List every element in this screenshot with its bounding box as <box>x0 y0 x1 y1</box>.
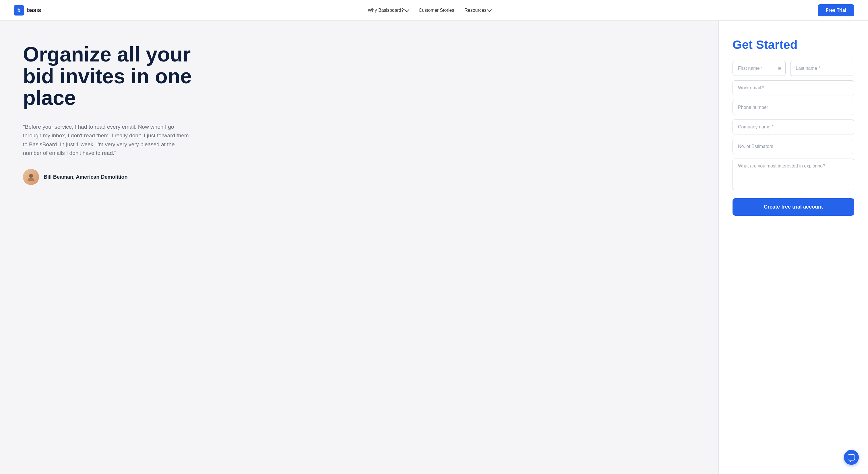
main-content: Organize all your bid invites in one pla… <box>0 21 868 474</box>
work-email-group <box>733 81 854 95</box>
free-trial-button[interactable]: Free Trial <box>818 4 854 17</box>
last-name-input[interactable] <box>790 61 854 76</box>
first-name-wrapper: ⊞ <box>733 61 786 76</box>
nav-customer-stories[interactable]: Customer Stories <box>419 8 454 13</box>
work-email-input[interactable] <box>733 81 854 95</box>
chevron-down-icon <box>404 7 409 12</box>
name-row: ⊞ <box>733 61 854 76</box>
hero-section: Organize all your bid invites in one pla… <box>0 21 718 474</box>
testimonial-author: Bill Beaman, American Demolition <box>23 169 701 185</box>
company-group <box>733 119 854 135</box>
signup-form: ⊞ Create free trial ac <box>733 61 854 216</box>
chat-widget[interactable] <box>844 450 859 465</box>
svg-point-0 <box>29 174 33 178</box>
first-name-input[interactable] <box>733 61 786 76</box>
input-grid-icon: ⊞ <box>778 66 782 71</box>
avatar-image <box>23 169 39 185</box>
hero-title: Organize all your bid invites in one pla… <box>23 44 201 109</box>
estimators-group <box>733 139 854 154</box>
phone-group <box>733 100 854 115</box>
main-nav: Why Basisboard? Customer Stories Resourc… <box>368 8 491 13</box>
chevron-down-icon <box>487 7 492 12</box>
estimators-input[interactable] <box>733 139 854 154</box>
nav-why-basisboard[interactable]: Why Basisboard? <box>368 8 408 13</box>
phone-input[interactable] <box>733 100 854 115</box>
submit-button[interactable]: Create free trial account <box>733 198 854 216</box>
company-input[interactable] <box>733 119 854 135</box>
logo-letter: b <box>18 7 21 13</box>
logo-icon: b <box>14 5 24 16</box>
chat-icon <box>848 454 855 461</box>
logo-area[interactable]: b basis <box>14 5 41 16</box>
avatar <box>23 169 39 185</box>
nav-resources[interactable]: Resources <box>464 8 491 13</box>
interest-textarea[interactable] <box>733 158 854 190</box>
author-name: Bill Beaman, American Demolition <box>43 174 127 180</box>
testimonial-quote: "Before your service, I had to read ever… <box>23 123 189 158</box>
site-header: b basis Why Basisboard? Customer Stories… <box>0 0 868 21</box>
signup-form-section: Get Started ⊞ <box>719 21 868 474</box>
logo-text: basis <box>26 7 41 13</box>
form-title: Get Started <box>733 38 854 52</box>
